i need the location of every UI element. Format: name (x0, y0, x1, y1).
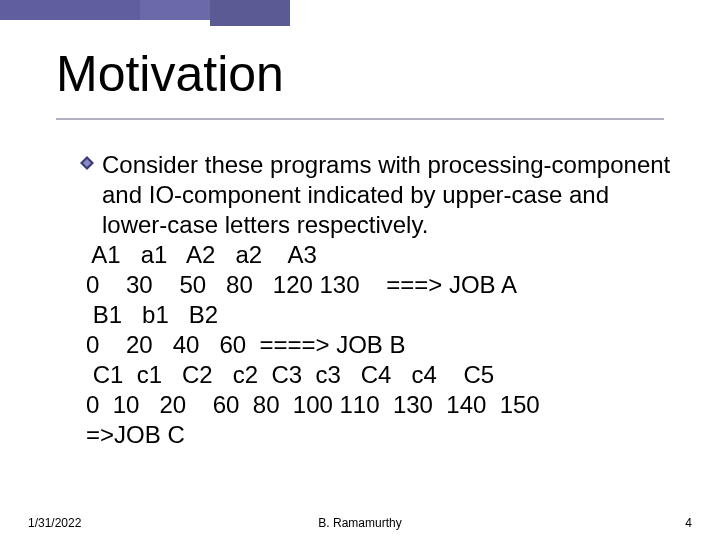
diamond-bullet-icon (80, 156, 94, 170)
decorative-bar-segment (210, 0, 290, 26)
slide-title: Motivation (56, 45, 284, 103)
job-c-labels: C1 c1 C2 c2 C3 c3 C4 c4 C5 (86, 360, 672, 390)
decorative-topbar (0, 0, 720, 20)
title-underline (56, 118, 664, 120)
slide-body: Consider these programs with processing-… (82, 150, 672, 450)
decorative-bar-segment (140, 0, 210, 20)
bullet-item: Consider these programs with processing-… (82, 150, 672, 240)
job-a-times: 0 30 50 80 120 130 ===> JOB A (86, 270, 672, 300)
job-a-labels: A1 a1 A2 a2 A3 (86, 240, 672, 270)
decorative-bar-segment (0, 0, 140, 20)
job-c-marker: =>JOB C (86, 420, 672, 450)
footer-page-number: 4 (685, 516, 692, 530)
job-b-labels: B1 b1 B2 (86, 300, 672, 330)
bullet-text: Consider these programs with processing-… (102, 150, 672, 240)
footer-author: B. Ramamurthy (0, 516, 720, 530)
job-c-times: 0 10 20 60 80 100 110 130 140 150 (86, 390, 672, 420)
slide: Motivation Consider these programs with … (0, 0, 720, 540)
job-b-times: 0 20 40 60 ====> JOB B (86, 330, 672, 360)
